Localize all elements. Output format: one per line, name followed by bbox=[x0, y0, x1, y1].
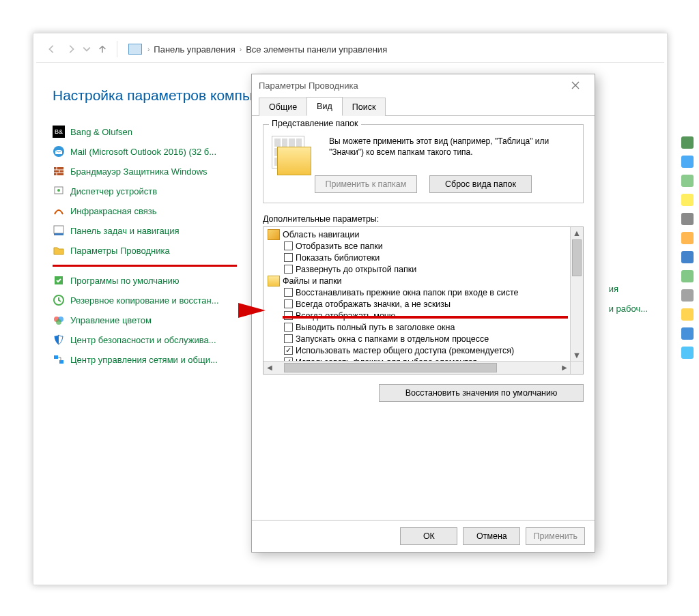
tab-general[interactable]: Общие bbox=[259, 98, 307, 116]
nav-back-button[interactable] bbox=[44, 42, 59, 57]
infrared-icon bbox=[53, 205, 65, 217]
tray-icon[interactable] bbox=[681, 289, 694, 302]
bo-icon: B& bbox=[53, 126, 65, 138]
tree-group-label: Область навигации bbox=[283, 230, 359, 239]
tree-item[interactable]: Развернуть до открытой папки bbox=[284, 263, 569, 275]
cancel-button[interactable]: Отмена bbox=[463, 527, 520, 545]
tree-group-files-folders[interactable]: Файлы и папки bbox=[268, 275, 569, 287]
tab-search[interactable]: Поиск bbox=[342, 98, 386, 116]
tree-item-label: Всегда отображать значки, а не эскизы bbox=[296, 299, 451, 309]
checkbox[interactable] bbox=[284, 241, 293, 250]
tree-item[interactable]: Восстанавливать прежние окна папок при в… bbox=[284, 287, 569, 298]
restore-defaults-button[interactable]: Восстановить значения по умолчанию bbox=[379, 384, 584, 402]
cp-item-label: Центр безопасности и обслужива... bbox=[70, 335, 216, 345]
cp-item-taskbar[interactable]: Панель задач и навигация bbox=[53, 224, 257, 237]
checkbox[interactable] bbox=[284, 311, 293, 320]
dialog-titlebar[interactable]: Параметры Проводника bbox=[252, 74, 595, 96]
reset-folders-button[interactable]: Сброс вида папок bbox=[429, 175, 532, 193]
nav-recent-dropdown[interactable] bbox=[83, 42, 91, 57]
checkbox[interactable] bbox=[284, 334, 293, 343]
dialog-footer: ОК Отмена Применить bbox=[252, 520, 595, 552]
tray-icon[interactable] bbox=[681, 347, 694, 359]
apply-to-folders-button[interactable]: Применить к папкам bbox=[315, 175, 417, 193]
cp-item-network-center[interactable]: Центр управления сетями и общи... bbox=[53, 353, 257, 366]
scroll-thumb-horizontal[interactable] bbox=[284, 363, 497, 372]
tree-item[interactable]: Всегда отображать меню bbox=[284, 310, 569, 321]
svg-point-10 bbox=[56, 319, 61, 325]
checkbox[interactable]: ✓ bbox=[284, 346, 293, 355]
horizontal-scrollbar[interactable]: ◄ ► bbox=[263, 361, 571, 374]
cp-item-label: Mail (Microsoft Outlook 2016) (32 б... bbox=[70, 147, 216, 157]
tree-item-label: Запускать окна с папками в отдельном про… bbox=[296, 334, 489, 344]
cp-item-backup-restore[interactable]: Резервное копирование и восстан... bbox=[53, 294, 257, 306]
tray-icon-strip bbox=[681, 136, 695, 359]
tray-icon[interactable] bbox=[681, 213, 694, 225]
tray-icon[interactable] bbox=[681, 194, 694, 206]
dialog-title: Параметры Проводника bbox=[259, 80, 358, 91]
cp-item-explorer-options[interactable]: Параметры Проводника bbox=[53, 244, 257, 256]
cutoff-link-1[interactable]: ия bbox=[609, 284, 648, 294]
tray-icon[interactable] bbox=[681, 251, 694, 263]
checkbox[interactable] bbox=[284, 253, 293, 262]
scroll-left-icon[interactable]: ◄ bbox=[263, 362, 276, 374]
tray-icon[interactable] bbox=[681, 232, 694, 244]
cp-item-color-management[interactable]: Управление цветом bbox=[53, 314, 257, 326]
tree-item-label: Показать библиотеки bbox=[296, 253, 380, 263]
tree-item[interactable]: Выводить полный путь в заголовке окна bbox=[284, 321, 569, 333]
tree-group-label: Файлы и папки bbox=[283, 276, 342, 286]
vertical-scrollbar[interactable]: ▲ ▼ bbox=[570, 227, 583, 362]
tree-group-navigation[interactable]: Область навигации bbox=[268, 229, 569, 240]
tray-icon[interactable] bbox=[681, 175, 694, 187]
checkbox[interactable] bbox=[284, 323, 293, 332]
cp-item-security-center[interactable]: Центр безопасности и обслужива... bbox=[53, 334, 257, 346]
firewall-icon bbox=[53, 165, 65, 177]
ok-button[interactable]: ОК bbox=[400, 527, 457, 545]
nav-up-button[interactable] bbox=[95, 42, 110, 57]
cp-item-label: Bang & Olufsen bbox=[70, 127, 132, 137]
folder-group-icon bbox=[268, 276, 280, 287]
tray-icon[interactable] bbox=[681, 136, 694, 149]
tray-icon[interactable] bbox=[681, 308, 694, 321]
apply-button[interactable]: Применить bbox=[526, 527, 585, 545]
cutoff-link-2[interactable]: и рабоч... bbox=[609, 304, 648, 314]
advanced-settings-tree[interactable]: Область навигацииОтобразить все папкиПок… bbox=[263, 226, 584, 375]
tree-item-label: Отобразить все папки bbox=[296, 241, 383, 251]
scroll-thumb-vertical[interactable] bbox=[572, 239, 582, 276]
nav-forward-button[interactable] bbox=[63, 42, 79, 57]
checkbox[interactable] bbox=[284, 265, 293, 274]
tree-item[interactable]: Отобразить все папки bbox=[284, 240, 569, 252]
cp-item-label: Панель задач и навигация bbox=[70, 226, 180, 236]
breadcrumb[interactable]: › Панель управления › Все элементы панел… bbox=[146, 44, 387, 55]
cp-item-infrared[interactable]: Инфракрасная связь bbox=[53, 205, 257, 217]
groupbox-legend: Представление папок bbox=[269, 119, 361, 128]
folder-view-groupbox: Представление папок Вы можете применить … bbox=[263, 124, 584, 203]
breadcrumb-level-1[interactable]: Панель управления bbox=[154, 44, 235, 55]
tray-icon[interactable] bbox=[681, 327, 694, 340]
breadcrumb-level-2[interactable]: Все элементы панели управления bbox=[246, 44, 387, 55]
scroll-down-icon[interactable]: ▼ bbox=[571, 349, 583, 362]
tree-item[interactable]: ✓Использовать мастер общего доступа (рек… bbox=[284, 344, 569, 356]
control-panel-items-list: B& Bang & Olufsen Mail (Microsoft Outloo… bbox=[53, 126, 257, 366]
checkbox[interactable] bbox=[284, 299, 293, 308]
svg-rect-5 bbox=[54, 233, 63, 235]
scroll-right-icon[interactable]: ► bbox=[558, 362, 571, 374]
tree-item[interactable]: Показать библиотеки bbox=[284, 252, 569, 263]
close-button[interactable] bbox=[562, 76, 589, 94]
svg-rect-12 bbox=[59, 360, 63, 364]
cp-item-mail[interactable]: Mail (Microsoft Outlook 2016) (32 б... bbox=[53, 145, 257, 158]
folder-view-description: Вы можете применить этот вид (например, … bbox=[329, 136, 575, 158]
tree-item[interactable]: Всегда отображать значки, а не эскизы bbox=[284, 298, 569, 310]
checkbox[interactable] bbox=[284, 288, 293, 297]
security-icon bbox=[53, 334, 65, 346]
tray-icon[interactable] bbox=[681, 156, 694, 168]
navigation-area-icon bbox=[268, 229, 280, 240]
svg-rect-4 bbox=[54, 226, 63, 233]
scroll-up-icon[interactable]: ▲ bbox=[571, 227, 583, 239]
tray-icon[interactable] bbox=[681, 270, 694, 282]
cp-item-device-manager[interactable]: Диспетчер устройств bbox=[53, 185, 257, 197]
tab-view[interactable]: Вид bbox=[306, 97, 343, 116]
cp-item-bang-olufsen[interactable]: B& Bang & Olufsen bbox=[53, 126, 257, 138]
cp-item-firewall[interactable]: Брандмауэр Защитника Windows bbox=[53, 165, 257, 177]
cp-item-default-programs[interactable]: Программы по умолчанию bbox=[53, 274, 257, 287]
tree-item[interactable]: Запускать окна с папками в отдельном про… bbox=[284, 333, 569, 344]
